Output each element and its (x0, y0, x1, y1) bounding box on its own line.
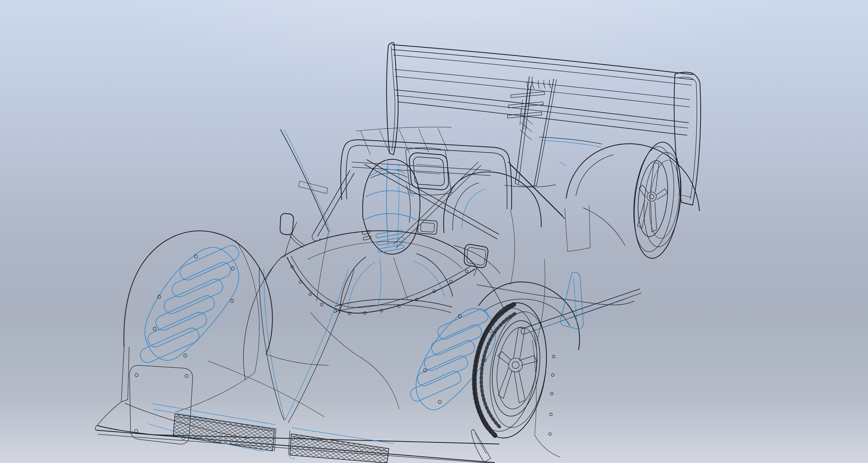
rear-deck[interactable] (505, 137, 625, 251)
rear-right-wheel[interactable] (628, 140, 686, 261)
driver-torso[interactable] (340, 254, 453, 313)
car-wireframe (0, 0, 868, 463)
left-rear-body (281, 130, 331, 301)
cad-viewport[interactable]: Hidden-line wireframe CAD view of an ope… (0, 0, 868, 463)
rear-wing-left-endplate[interactable] (386, 42, 398, 155)
wing-support-pylon[interactable] (507, 76, 556, 186)
nose-grille[interactable] (153, 404, 394, 463)
left-louver-panel[interactable] (138, 243, 241, 365)
front-canard[interactable] (471, 429, 491, 462)
right-mirror[interactable] (464, 244, 488, 276)
left-front-fender[interactable] (97, 231, 329, 426)
rear-wing-right-endplate[interactable] (674, 72, 701, 205)
cockpit-side-vent (417, 220, 437, 235)
viewport-caption: Hidden-line wireframe CAD view of an ope… (2, 461, 18, 462)
right-front-fender[interactable] (408, 282, 580, 410)
cockpit-rim (335, 210, 515, 312)
louver-rivets (153, 255, 235, 357)
rear-wing[interactable] (392, 45, 693, 135)
cowl-rivets (291, 265, 468, 315)
left-mirror[interactable] (280, 213, 305, 247)
